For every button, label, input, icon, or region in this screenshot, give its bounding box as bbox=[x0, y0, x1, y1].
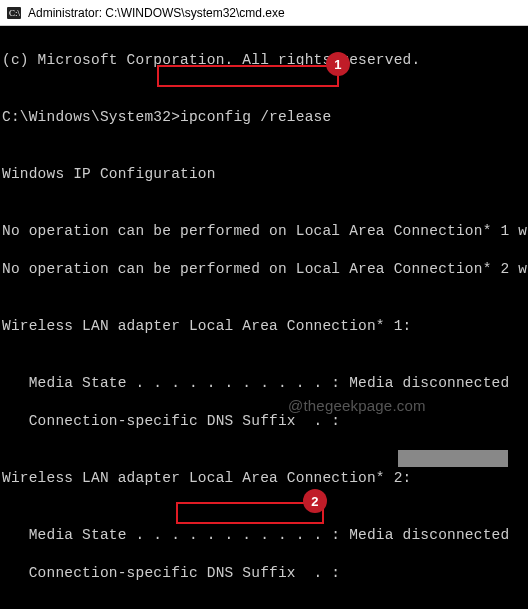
terminal-line: Wireless LAN adapter Local Area Connecti… bbox=[2, 469, 528, 488]
terminal-line: Media State . . . . . . . . . . . : Medi… bbox=[2, 526, 528, 545]
terminal-line: No operation can be performed on Local A… bbox=[2, 222, 528, 241]
terminal-line: No operation can be performed on Local A… bbox=[2, 260, 528, 279]
terminal-line: Connection-specific DNS Suffix . : bbox=[2, 412, 528, 431]
svg-text:C:\: C:\ bbox=[9, 8, 21, 18]
terminal-line: Connection-specific DNS Suffix . : bbox=[2, 564, 528, 583]
window-titlebar: C:\ Administrator: C:\WINDOWS\system32\c… bbox=[0, 0, 528, 26]
terminal-line: Media State . . . . . . . . . . . : Medi… bbox=[2, 374, 528, 393]
terminal-line: (c) Microsoft Corporation. All rights re… bbox=[2, 51, 528, 70]
redaction-block bbox=[398, 450, 508, 467]
prompt: C:\Windows\System32> bbox=[2, 109, 180, 125]
window-title: Administrator: C:\WINDOWS\system32\cmd.e… bbox=[28, 6, 285, 20]
cmd-icon: C:\ bbox=[6, 5, 22, 21]
terminal-line: C:\Windows\System32>ipconfig /release bbox=[2, 108, 528, 127]
terminal-line: Windows IP Configuration bbox=[2, 165, 528, 184]
annotation-callout: 2 bbox=[303, 489, 327, 513]
command-text: ipconfig /release bbox=[180, 109, 331, 125]
terminal-output[interactable]: (c) Microsoft Corporation. All rights re… bbox=[0, 26, 528, 609]
terminal-line: Wireless LAN adapter Local Area Connecti… bbox=[2, 317, 528, 336]
annotation-highlight-box bbox=[176, 502, 324, 524]
